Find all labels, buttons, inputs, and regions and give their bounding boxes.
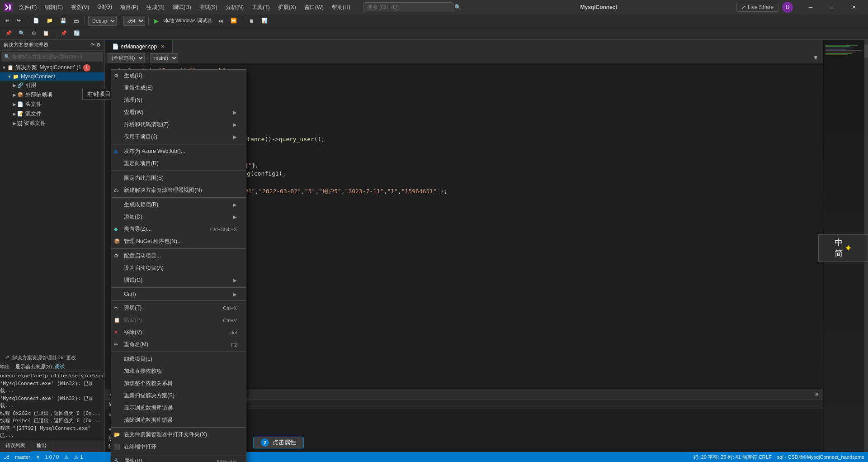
- ctx-unload[interactable]: 卸载项目(L): [111, 353, 246, 365]
- toolbar-breakpoints-icon[interactable]: ⏹: [246, 17, 257, 24]
- ctx-remove[interactable]: ✕ 移除(V) Del: [111, 326, 246, 338]
- project-root[interactable]: ▼ 📁 MysqlConnect: [0, 72, 104, 81]
- toolbar-save-icon[interactable]: 💾: [57, 17, 69, 24]
- status-git-branch[interactable]: master: [15, 454, 30, 460]
- toolbar-step-icon[interactable]: ⏭: [216, 17, 226, 24]
- toolbar2-icon-2[interactable]: 🔍: [16, 29, 28, 37]
- toolbar2-icon-6[interactable]: 🔄: [71, 29, 83, 37]
- toolbar2-icon-4[interactable]: 📋: [40, 29, 52, 37]
- ctx-paste[interactable]: 📋 粘贴(P) Ctrl+V: [111, 314, 246, 326]
- split-editor-icon[interactable]: ⊞: [811, 54, 820, 62]
- minimap-scrollbar-thumb[interactable]: [864, 44, 868, 58]
- tab-output[interactable]: 输出: [31, 440, 52, 452]
- status-line-col[interactable]: 行: 20 字符: 25 列: 41 制表符 CRLF: [693, 454, 772, 461]
- toolbar-undo-icon[interactable]: ↩: [3, 17, 12, 24]
- toolbar-new-icon[interactable]: 📄: [30, 17, 42, 24]
- menu-tools[interactable]: 工具(T): [248, 2, 273, 13]
- menu-debug[interactable]: 调试(D): [169, 2, 195, 13]
- toolbar-saveall-icon[interactable]: 🗃: [71, 17, 81, 24]
- ctx-class-wizard[interactable]: ◆ 类向导(Z)... Ctrl+Shift+X: [111, 223, 246, 235]
- run-debug-button[interactable]: ▶: [152, 17, 160, 24]
- editor-tab-manager[interactable]: 📄 erManager.cpp ✕: [105, 40, 173, 52]
- sol-settings-icon[interactable]: ⚙: [96, 42, 101, 48]
- member-select[interactable]: main(): [150, 53, 178, 62]
- output-source-value[interactable]: 调试: [55, 364, 65, 369]
- solution-label: 解决方案 'MysqlConnect' (1: [15, 64, 81, 71]
- bottom-panel-close-icon[interactable]: ✕: [811, 390, 823, 400]
- ctx-startup-config[interactable]: ⚙ 配置启动项目...: [111, 250, 246, 262]
- ctx-open-terminal[interactable]: ⬛ 在终端中打开: [111, 441, 246, 453]
- ctx-rescan-label: 重新扫描解决方案(S): [124, 392, 175, 400]
- menu-view[interactable]: 视图(V): [67, 2, 93, 13]
- toolbar2-icon-5[interactable]: 📌: [58, 29, 70, 37]
- menu-help[interactable]: 帮助(H): [328, 2, 354, 13]
- ext-deps-arrow: ▶: [13, 92, 16, 97]
- maximize-button[interactable]: □: [822, 0, 843, 14]
- menu-file[interactable]: 文件(F): [15, 2, 40, 13]
- tree-item-references[interactable]: ▶ 🔗 引用: [0, 81, 104, 90]
- tree-item-external-deps[interactable]: ▶ 📦 外部依赖项: [0, 90, 104, 100]
- ctx-clean[interactable]: 清理(N): [111, 94, 246, 106]
- solution-search-bar[interactable]: 🔍 搜索解决方案资源管理器(Ctrl+;): [1, 52, 103, 62]
- ctx-project-only[interactable]: 仅用于项目(J) ▶: [111, 131, 246, 143]
- ctx-rebuild[interactable]: 重新生成(E): [111, 82, 246, 94]
- ctx-analyze[interactable]: 分析和代码清理(Z) ▶: [111, 119, 246, 131]
- ctx-properties[interactable]: 🔧 属性(R) Alt+Enter: [111, 455, 246, 462]
- ctx-rename[interactable]: ✏ 重命名(M) F2: [111, 338, 246, 351]
- tree-item-resources[interactable]: ▶ 🖼 资源文件: [0, 119, 104, 128]
- tree-item-headers[interactable]: ▶ 📄 头文件: [0, 100, 104, 109]
- ctx-build-deps[interactable]: 生成依赖项(B) ▶: [111, 199, 246, 211]
- live-share-button[interactable]: ↗ Live Share: [736, 3, 778, 12]
- ctx-load-all-deps[interactable]: 加载整个依赖关系树: [111, 377, 246, 390]
- menu-build[interactable]: 生成(B): [143, 2, 168, 13]
- menu-project[interactable]: 项目(P): [117, 2, 142, 13]
- ctx-view[interactable]: 查看(W) ▶: [111, 106, 246, 119]
- tab-error-list[interactable]: 错误列表: [0, 440, 31, 452]
- editor-tab-close[interactable]: ✕: [160, 43, 165, 50]
- close-button[interactable]: ✕: [844, 0, 864, 14]
- status-warnings[interactable]: ⚠ 1: [74, 454, 83, 460]
- platform-select[interactable]: x64: [123, 16, 145, 26]
- menu-git[interactable]: Git(G): [94, 2, 116, 13]
- ctx-set-startup[interactable]: 设为启动项目(A): [111, 262, 246, 274]
- menu-analyze[interactable]: 分析(N): [222, 2, 248, 13]
- ctx-scope[interactable]: 限定为此范围(S): [111, 172, 246, 184]
- scope-select[interactable]: (全局范围): [108, 53, 145, 62]
- ctx-open-folder[interactable]: 📂 在文件资源管理器中打开文件夹(X): [111, 429, 246, 441]
- toolbar2-icon-3[interactable]: ⚙: [29, 29, 39, 37]
- ctx-clear-db-errors[interactable]: 清除浏览数据库错误: [111, 414, 246, 426]
- global-search-input[interactable]: [363, 2, 453, 12]
- ctx-cut[interactable]: ✂ 剪切(T) Ctrl+X: [111, 302, 246, 314]
- menu-edit[interactable]: 编辑(E): [41, 2, 66, 13]
- ctx-debug[interactable]: 调试(G) ▶: [111, 274, 246, 286]
- sol-sync-icon[interactable]: ⟳: [90, 42, 94, 48]
- ctx-rescan[interactable]: 重新扫描解决方案(S): [111, 390, 246, 402]
- ctx-load-direct[interactable]: 加载直接依赖项: [111, 365, 246, 377]
- ctx-show-db-errors[interactable]: 显示浏览数据库错误: [111, 402, 246, 414]
- toolbar-open-icon[interactable]: 📁: [44, 17, 56, 24]
- ctx-retarget[interactable]: 重定向项目(R): [111, 157, 246, 170]
- ctx-build[interactable]: ⚙ 生成(U): [111, 70, 246, 82]
- toolbar-redo-icon[interactable]: ↪: [14, 17, 24, 24]
- menu-window[interactable]: 窗口(W): [301, 2, 327, 13]
- profile-icon[interactable]: U: [782, 2, 793, 13]
- menu-test[interactable]: 测试(S): [196, 2, 221, 13]
- ctx-azure[interactable]: A 发布为 Azure WebJob()...: [111, 145, 246, 157]
- menu-extensions[interactable]: 扩展(X): [274, 2, 300, 13]
- toolbar-stepover-icon[interactable]: ⏩: [228, 17, 240, 24]
- ctx-nuget[interactable]: 📦 管理 NuGet 程序包(N)...: [111, 235, 246, 248]
- toolbar2-icon-1[interactable]: 📌: [3, 29, 14, 37]
- toolbar-diag-icon[interactable]: 📊: [259, 17, 270, 24]
- ctx-git-label: Git(I): [124, 291, 136, 297]
- tree-item-source[interactable]: ▶ 📝 源文件: [0, 109, 104, 119]
- solution-root[interactable]: ▼ 📋 解决方案 'MysqlConnect' (1 1: [0, 63, 104, 72]
- debug-config-select[interactable]: Debug: [88, 16, 117, 26]
- ctx-git[interactable]: Git(I) ▶: [111, 289, 246, 300]
- ctx-git-arrow: ▶: [233, 292, 237, 297]
- minimap-scrollbar[interactable]: [864, 40, 868, 462]
- status-encoding[interactable]: sql - CSD版©MysqlConnect_handsome: [777, 454, 864, 461]
- minimize-button[interactable]: ─: [800, 0, 821, 14]
- ctx-new-sol-view[interactable]: 🗂 新建解决方案资源管理器视图(N): [111, 184, 246, 196]
- ctx-add[interactable]: 添加(D) ▶: [111, 211, 246, 223]
- status-errors[interactable]: 1 0 / 0: [45, 454, 59, 460]
